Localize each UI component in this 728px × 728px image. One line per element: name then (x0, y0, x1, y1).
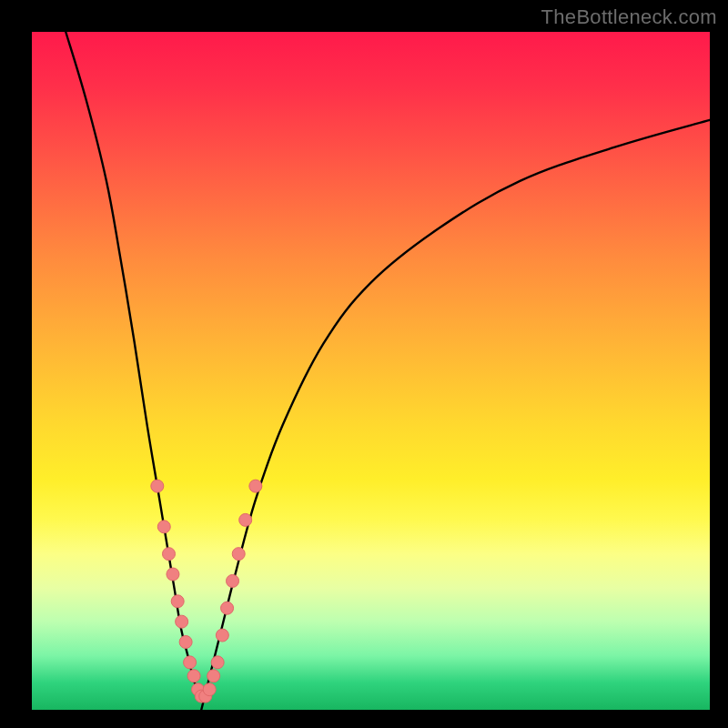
marker-point (171, 595, 184, 608)
marker-point (151, 480, 164, 492)
marker-point (211, 656, 224, 669)
marker-point (227, 574, 239, 587)
marker-point (179, 636, 192, 649)
watermark-text: TheBottleneck.com (541, 5, 717, 29)
plot-area (32, 32, 710, 710)
marker-point (221, 602, 234, 614)
marker-point (167, 568, 179, 581)
marker-point (157, 521, 170, 533)
marker-point (207, 670, 220, 682)
marker-point (176, 615, 188, 628)
marker-point (162, 548, 175, 561)
marker-layer (151, 480, 262, 703)
chart-svg (32, 32, 710, 710)
series-right-branch (201, 120, 710, 710)
marker-point (232, 548, 245, 561)
marker-point (249, 480, 262, 492)
marker-point (184, 656, 197, 669)
curve-layer (66, 32, 710, 710)
marker-point (187, 670, 200, 682)
marker-point (239, 513, 252, 526)
marker-point (216, 629, 228, 642)
chart-frame: TheBottleneck.com (0, 0, 728, 728)
marker-point (203, 683, 216, 696)
